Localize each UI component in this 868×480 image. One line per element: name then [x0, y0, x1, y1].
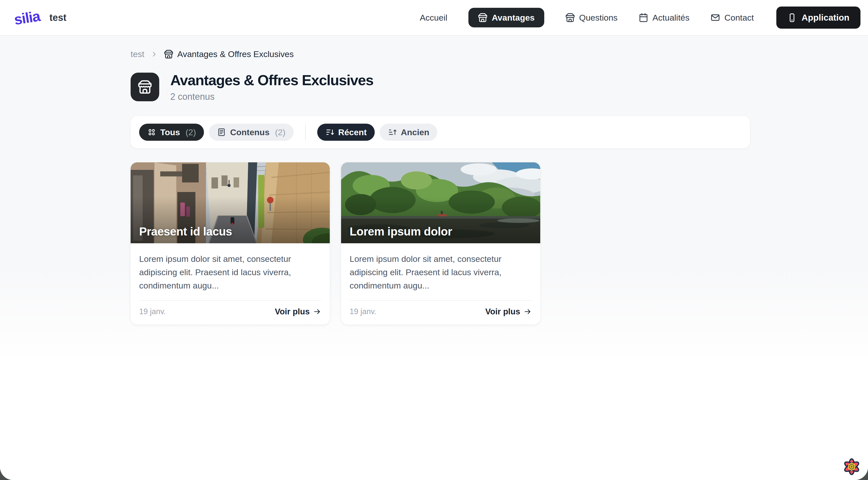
card-media: Praesent id lacus: [131, 162, 330, 243]
filter-label: Contenus: [230, 127, 270, 137]
filter-tab-tous[interactable]: Tous (2): [139, 124, 204, 141]
grid-dots-icon: [147, 128, 156, 137]
filter-label: Tous: [160, 127, 180, 137]
card-media: Lorem ipsum dolor: [341, 162, 540, 243]
brand-home-link[interactable]: silia test: [14, 9, 66, 26]
main-nav: Accueil Avantages Questions Actualités: [420, 6, 861, 29]
breadcrumb-root[interactable]: test: [131, 49, 145, 59]
nav-label: Questions: [579, 13, 618, 23]
card-title: Lorem ipsum dolor: [350, 225, 452, 238]
nav-item-accueil[interactable]: Accueil: [420, 13, 447, 23]
atom-flower-icon: [842, 457, 862, 477]
card-excerpt: Lorem ipsum dolor sit amet, consectetur …: [131, 243, 330, 292]
breadcrumb-current-label: Avantages & Offres Exclusives: [177, 49, 294, 59]
page-sheet: silia test Accueil Avantages Questions A…: [0, 0, 868, 480]
page-title: Avantages & Offres Exclusives: [170, 71, 373, 88]
nav-label: Actualités: [652, 13, 689, 23]
voir-plus-link[interactable]: Voir plus: [275, 307, 321, 317]
category-icon-box: [131, 72, 159, 101]
voir-plus-label: Voir plus: [485, 307, 520, 317]
content-card[interactable]: Praesent id lacus Lorem ipsum dolor sit …: [131, 162, 330, 325]
card-footer: 19 janv. Voir plus: [341, 301, 540, 325]
nav-item-avantages[interactable]: Avantages: [468, 8, 544, 27]
filter-tab-contenus[interactable]: Contenus (2): [209, 124, 293, 141]
chevron-right-icon: [150, 51, 158, 58]
application-button[interactable]: Application: [776, 6, 861, 29]
mail-icon: [711, 13, 720, 22]
calendar-icon: [639, 13, 648, 22]
storefront-icon: [164, 50, 173, 59]
arrow-right-icon: [313, 308, 321, 316]
breadcrumb-current: Avantages & Offres Exclusives: [164, 49, 294, 59]
card-date: 19 janv.: [139, 307, 166, 316]
site-name: test: [50, 12, 67, 23]
arrow-right-icon: [524, 308, 532, 316]
storefront-icon: [478, 13, 488, 22]
filter-count: (2): [186, 127, 196, 137]
atom-flower-widget-button[interactable]: [842, 457, 862, 477]
sort-ascending-icon: [388, 128, 397, 137]
nav-item-questions[interactable]: Questions: [565, 13, 618, 23]
card-title: Praesent id lacus: [139, 225, 232, 238]
content-count: 2 contenus: [170, 91, 373, 102]
page-header: Avantages & Offres Exclusives 2 contenus: [131, 71, 750, 102]
card-footer: 19 janv. Voir plus: [131, 301, 330, 325]
sort-ancien-button[interactable]: Ancien: [380, 124, 437, 141]
silia-logo: silia: [13, 7, 41, 28]
voir-plus-link[interactable]: Voir plus: [485, 307, 532, 317]
voir-plus-label: Voir plus: [275, 307, 310, 317]
app-button-label: Application: [801, 12, 849, 23]
filter-toolbar: Tous (2) Contenus (2) Récent: [131, 116, 750, 148]
filter-count: (2): [275, 127, 285, 137]
top-navbar: silia test Accueil Avantages Questions A…: [0, 0, 868, 36]
card-excerpt: Lorem ipsum dolor sit amet, consectetur …: [341, 243, 540, 292]
card-date: 19 janv.: [350, 307, 376, 316]
storefront-icon: [565, 13, 575, 22]
sort-recent-button[interactable]: Récent: [317, 124, 375, 141]
content-card[interactable]: Lorem ipsum dolor Lorem ipsum dolor sit …: [341, 162, 540, 325]
nav-label: Accueil: [420, 13, 447, 23]
storefront-icon: [137, 80, 152, 94]
breadcrumb: test Avantages & Offres Exclusives: [131, 49, 750, 59]
toolbar-divider: [305, 124, 306, 140]
sort-label: Ancien: [401, 127, 429, 137]
nav-item-actualites[interactable]: Actualités: [639, 13, 689, 23]
nav-item-contact[interactable]: Contact: [711, 13, 754, 23]
article-icon: [217, 128, 226, 137]
sort-descending-icon: [325, 128, 334, 137]
smartphone-icon: [787, 13, 797, 22]
sort-label: Récent: [338, 127, 367, 137]
nav-label: Avantages: [492, 13, 535, 23]
nav-label: Contact: [724, 13, 754, 23]
main-content: test Avantages & Offres Exclusives Avant…: [0, 36, 868, 480]
content-card-grid: Praesent id lacus Lorem ipsum dolor sit …: [131, 162, 750, 325]
